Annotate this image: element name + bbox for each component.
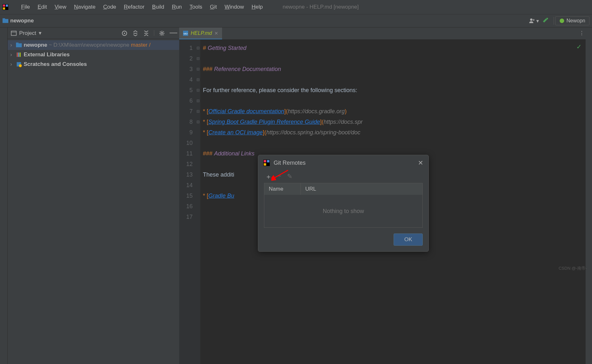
target-icon[interactable] <box>121 30 128 36</box>
menu-build[interactable]: Build <box>148 4 168 10</box>
run-config-label: Newopn <box>566 18 585 24</box>
svg-rect-8 <box>547 18 548 20</box>
editor-tab[interactable]: MD HELP.md ✕ <box>179 28 222 39</box>
left-tool-rail[interactable] <box>0 28 8 364</box>
svg-text:MD: MD <box>184 32 188 35</box>
window-title: newopne - HELP.md [newopne] <box>283 4 359 10</box>
add-icon[interactable]: ＋ <box>265 172 272 181</box>
svg-rect-3 <box>3 7 5 10</box>
menu-refactor[interactable]: Refactor <box>120 4 148 10</box>
kebab-icon[interactable]: ⋮ <box>579 30 584 36</box>
svg-point-13 <box>124 33 125 34</box>
svg-rect-28 <box>267 160 269 162</box>
sidebar-title[interactable]: Project ▾ <box>11 30 119 36</box>
git-remotes-dialog: Git Remotes ✕ ＋ − ✎ Name URL Nothing to … <box>258 155 429 252</box>
collapse-icon[interactable] <box>143 30 149 36</box>
column-url[interactable]: URL <box>301 183 422 195</box>
menu-navigate[interactable]: Navigate <box>70 4 99 10</box>
tree-row[interactable]: ›newopne ~ D:\XM\learn\newopne\newopne m… <box>8 40 179 50</box>
spring-icon <box>559 18 564 23</box>
minimize-icon[interactable]: — <box>170 30 176 36</box>
project-sidebar: Project ▾ — ›newopne ~ D:\XM\learn\newop… <box>8 28 179 364</box>
chevron-down-icon[interactable]: ▾ <box>536 18 539 24</box>
svg-point-9 <box>560 19 564 23</box>
gutter-fold-marks[interactable]: ⊟⊟⊟⊟⊟⊟⊟⊟ <box>196 40 200 364</box>
ok-button[interactable]: OK <box>394 233 423 246</box>
right-tool-rail[interactable] <box>586 28 592 364</box>
menu-tools[interactable]: Tools <box>186 4 206 10</box>
tree-row[interactable]: ›External Libraries <box>8 50 179 59</box>
svg-rect-5 <box>3 18 5 20</box>
svg-rect-18 <box>16 43 19 44</box>
close-icon[interactable]: ✕ <box>214 31 218 36</box>
checkmark-icon[interactable]: ✓ <box>576 43 582 51</box>
remotes-table[interactable]: Name URL Nothing to show <box>264 183 423 228</box>
svg-rect-29 <box>264 163 266 166</box>
project-folder-icon <box>3 18 8 24</box>
column-name[interactable]: Name <box>264 183 301 195</box>
watermark: CSDN @-南帝- <box>559 265 587 271</box>
run-config-selector[interactable]: Newopn <box>555 16 589 25</box>
app-icon <box>3 4 8 10</box>
gear-icon[interactable] <box>159 30 165 36</box>
svg-rect-27 <box>264 160 266 162</box>
menu-bar: FileEditViewNavigateCodeRefactorBuildRun… <box>0 0 592 14</box>
gutter[interactable]: 1234567891011121314151617 <box>179 40 196 364</box>
breadcrumb-project[interactable]: newopne <box>10 18 34 24</box>
svg-rect-20 <box>18 52 19 57</box>
project-tree[interactable]: ›newopne ~ D:\XM\learn\newopne\newopne m… <box>8 39 179 70</box>
svg-point-16 <box>161 32 163 34</box>
menu-run[interactable]: Run <box>168 4 186 10</box>
toolbar: newopne ▾ Newopn <box>0 14 592 28</box>
dialog-title: Git Remotes <box>274 160 414 166</box>
svg-point-23 <box>19 64 22 67</box>
users-icon[interactable] <box>529 17 536 24</box>
svg-rect-21 <box>20 52 20 57</box>
markdown-icon: MD <box>183 31 188 36</box>
chevron-down-icon[interactable]: ▾ <box>39 30 42 36</box>
menu-help[interactable]: Help <box>248 4 267 10</box>
svg-rect-1 <box>3 4 5 7</box>
hammer-icon[interactable] <box>542 17 549 24</box>
menu-window[interactable]: Window <box>221 4 248 10</box>
menu-code[interactable]: Code <box>99 4 120 10</box>
menu-edit[interactable]: Edit <box>34 4 51 10</box>
expand-icon[interactable] <box>132 30 139 36</box>
app-icon <box>263 160 270 166</box>
svg-rect-19 <box>17 52 18 57</box>
menu-file[interactable]: File <box>17 4 34 10</box>
edit-icon: ✎ <box>287 172 292 181</box>
svg-point-7 <box>533 19 535 21</box>
tree-row[interactable]: ›Scratches and Consoles <box>8 59 179 69</box>
table-empty-text: Nothing to show <box>264 195 422 227</box>
svg-rect-2 <box>6 4 8 7</box>
menu-git[interactable]: Git <box>206 4 221 10</box>
svg-point-6 <box>530 19 532 21</box>
remove-icon: − <box>277 172 281 181</box>
close-icon[interactable]: ✕ <box>418 159 423 167</box>
svg-rect-10 <box>11 31 16 36</box>
project-view-icon <box>11 30 17 36</box>
tab-label: HELP.md <box>191 30 212 36</box>
menu-view[interactable]: View <box>51 4 70 10</box>
